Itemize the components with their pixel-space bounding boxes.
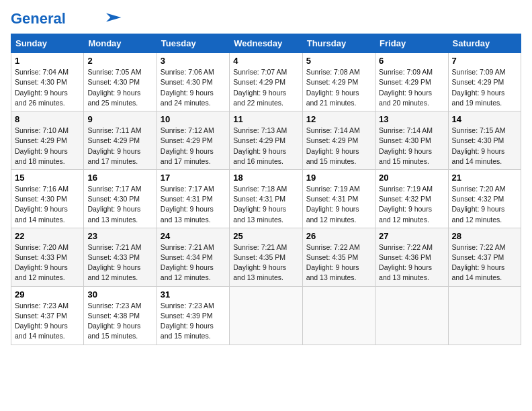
calendar-week: 8Sunrise: 7:10 AMSunset: 4:29 PMDaylight…: [11, 111, 521, 170]
day-info: Sunrise: 7:08 AMSunset: 4:29 PMDaylight:…: [306, 67, 371, 108]
day-number: 26: [306, 231, 371, 241]
calendar-week: 29Sunrise: 7:23 AMSunset: 4:37 PMDayligh…: [11, 286, 521, 345]
day-info: Sunrise: 7:19 AMSunset: 4:32 PMDaylight:…: [379, 184, 444, 225]
dow-cell: Friday: [375, 34, 448, 53]
calendar-day: 27Sunrise: 7:22 AMSunset: 4:36 PMDayligh…: [375, 228, 448, 286]
day-number: 29: [15, 289, 80, 300]
logo: General: [11, 11, 122, 26]
day-number: 27: [379, 231, 444, 241]
calendar-day: 20Sunrise: 7:19 AMSunset: 4:32 PMDayligh…: [375, 169, 448, 228]
day-info: Sunrise: 7:21 AMSunset: 4:33 PMDaylight:…: [87, 242, 152, 283]
day-info: Sunrise: 7:21 AMSunset: 4:34 PMDaylight:…: [161, 242, 226, 283]
day-number: 1: [15, 56, 80, 66]
day-number: 30: [87, 289, 152, 300]
day-number: 19: [306, 173, 371, 183]
calendar-day: [302, 286, 375, 345]
page-header: General: [11, 11, 521, 26]
day-number: 18: [233, 173, 298, 183]
calendar-day: 1Sunrise: 7:04 AMSunset: 4:30 PMDaylight…: [11, 53, 84, 111]
calendar-day: 7Sunrise: 7:09 AMSunset: 4:29 PMDaylight…: [448, 53, 521, 111]
day-number: 15: [15, 173, 80, 183]
dow-cell: Sunday: [11, 34, 84, 53]
day-number: 31: [161, 289, 226, 300]
day-number: 11: [233, 114, 298, 124]
day-number: 8: [15, 114, 80, 124]
day-number: 9: [87, 114, 152, 124]
calendar-day: 11Sunrise: 7:13 AMSunset: 4:29 PMDayligh…: [230, 111, 302, 170]
day-info: Sunrise: 7:10 AMSunset: 4:29 PMDaylight:…: [15, 126, 80, 167]
calendar-day: 15Sunrise: 7:16 AMSunset: 4:30 PMDayligh…: [11, 169, 84, 228]
day-number: 22: [15, 231, 80, 241]
dow-cell: Saturday: [448, 34, 521, 53]
calendar-day: 8Sunrise: 7:10 AMSunset: 4:29 PMDaylight…: [11, 111, 84, 170]
day-info: Sunrise: 7:23 AMSunset: 4:38 PMDaylight:…: [87, 301, 152, 342]
day-number: 17: [161, 173, 226, 183]
day-of-week-header: SundayMondayTuesdayWednesdayThursdayFrid…: [11, 34, 521, 53]
calendar-day: 25Sunrise: 7:21 AMSunset: 4:35 PMDayligh…: [230, 228, 302, 286]
day-info: Sunrise: 7:22 AMSunset: 4:37 PMDaylight:…: [452, 242, 517, 283]
calendar-day: 9Sunrise: 7:11 AMSunset: 4:29 PMDaylight…: [84, 111, 157, 170]
day-info: Sunrise: 7:05 AMSunset: 4:30 PMDaylight:…: [87, 67, 152, 108]
day-number: 21: [452, 173, 517, 183]
calendar-table: SundayMondayTuesdayWednesdayThursdayFrid…: [11, 34, 521, 345]
calendar-day: 3Sunrise: 7:06 AMSunset: 4:30 PMDaylight…: [157, 53, 229, 111]
calendar-day: 18Sunrise: 7:18 AMSunset: 4:31 PMDayligh…: [230, 169, 302, 228]
logo-icon: [101, 11, 122, 24]
day-number: 13: [379, 114, 444, 124]
day-info: Sunrise: 7:14 AMSunset: 4:30 PMDaylight:…: [379, 126, 444, 167]
calendar-week: 1Sunrise: 7:04 AMSunset: 4:30 PMDaylight…: [11, 53, 521, 111]
calendar-day: [448, 286, 521, 345]
day-info: Sunrise: 7:23 AMSunset: 4:39 PMDaylight:…: [161, 301, 226, 342]
calendar-day: [375, 286, 448, 345]
calendar-day: 23Sunrise: 7:21 AMSunset: 4:33 PMDayligh…: [84, 228, 157, 286]
dow-cell: Thursday: [302, 34, 375, 53]
day-info: Sunrise: 7:18 AMSunset: 4:31 PMDaylight:…: [233, 184, 298, 225]
calendar-day: 13Sunrise: 7:14 AMSunset: 4:30 PMDayligh…: [375, 111, 448, 170]
day-info: Sunrise: 7:11 AMSunset: 4:29 PMDaylight:…: [87, 126, 152, 167]
day-info: Sunrise: 7:12 AMSunset: 4:29 PMDaylight:…: [161, 126, 226, 167]
calendar-week: 15Sunrise: 7:16 AMSunset: 4:30 PMDayligh…: [11, 169, 521, 228]
calendar-day: 21Sunrise: 7:20 AMSunset: 4:32 PMDayligh…: [448, 169, 521, 228]
day-info: Sunrise: 7:23 AMSunset: 4:37 PMDaylight:…: [15, 301, 80, 342]
day-number: 7: [452, 56, 517, 66]
day-info: Sunrise: 7:09 AMSunset: 4:29 PMDaylight:…: [452, 67, 517, 108]
day-info: Sunrise: 7:22 AMSunset: 4:36 PMDaylight:…: [379, 242, 444, 283]
calendar-week: 22Sunrise: 7:20 AMSunset: 4:33 PMDayligh…: [11, 228, 521, 286]
calendar-day: 10Sunrise: 7:12 AMSunset: 4:29 PMDayligh…: [157, 111, 229, 170]
calendar-day: 16Sunrise: 7:17 AMSunset: 4:30 PMDayligh…: [84, 169, 157, 228]
calendar-day: 6Sunrise: 7:09 AMSunset: 4:29 PMDaylight…: [375, 53, 448, 111]
day-info: Sunrise: 7:20 AMSunset: 4:32 PMDaylight:…: [452, 184, 517, 225]
day-info: Sunrise: 7:20 AMSunset: 4:33 PMDaylight:…: [15, 242, 80, 283]
day-info: Sunrise: 7:14 AMSunset: 4:29 PMDaylight:…: [306, 126, 371, 167]
day-info: Sunrise: 7:17 AMSunset: 4:31 PMDaylight:…: [161, 184, 226, 225]
day-info: Sunrise: 7:13 AMSunset: 4:29 PMDaylight:…: [233, 126, 298, 167]
day-info: Sunrise: 7:19 AMSunset: 4:31 PMDaylight:…: [306, 184, 371, 225]
calendar-day: 12Sunrise: 7:14 AMSunset: 4:29 PMDayligh…: [302, 111, 375, 170]
dow-cell: Wednesday: [230, 34, 302, 53]
dow-cell: Tuesday: [157, 34, 229, 53]
day-info: Sunrise: 7:16 AMSunset: 4:30 PMDaylight:…: [15, 184, 80, 225]
day-number: 20: [379, 173, 444, 183]
calendar-day: 14Sunrise: 7:15 AMSunset: 4:30 PMDayligh…: [448, 111, 521, 170]
day-number: 24: [161, 231, 226, 241]
day-info: Sunrise: 7:04 AMSunset: 4:30 PMDaylight:…: [15, 67, 80, 108]
day-number: 4: [233, 56, 298, 66]
day-info: Sunrise: 7:17 AMSunset: 4:30 PMDaylight:…: [87, 184, 152, 225]
day-number: 16: [87, 173, 152, 183]
day-info: Sunrise: 7:06 AMSunset: 4:30 PMDaylight:…: [161, 67, 226, 108]
day-number: 23: [87, 231, 152, 241]
day-info: Sunrise: 7:07 AMSunset: 4:29 PMDaylight:…: [233, 67, 298, 108]
day-number: 28: [452, 231, 517, 241]
day-info: Sunrise: 7:21 AMSunset: 4:35 PMDaylight:…: [233, 242, 298, 283]
calendar-day: 29Sunrise: 7:23 AMSunset: 4:37 PMDayligh…: [11, 286, 84, 345]
calendar-day: [230, 286, 302, 345]
day-info: Sunrise: 7:22 AMSunset: 4:35 PMDaylight:…: [306, 242, 371, 283]
day-number: 6: [379, 56, 444, 66]
day-number: 3: [161, 56, 226, 66]
calendar-day: 4Sunrise: 7:07 AMSunset: 4:29 PMDaylight…: [230, 53, 302, 111]
calendar-body: 1Sunrise: 7:04 AMSunset: 4:30 PMDaylight…: [11, 53, 521, 345]
day-number: 14: [452, 114, 517, 124]
calendar-day: 30Sunrise: 7:23 AMSunset: 4:38 PMDayligh…: [84, 286, 157, 345]
calendar-day: 24Sunrise: 7:21 AMSunset: 4:34 PMDayligh…: [157, 228, 229, 286]
calendar-day: 19Sunrise: 7:19 AMSunset: 4:31 PMDayligh…: [302, 169, 375, 228]
